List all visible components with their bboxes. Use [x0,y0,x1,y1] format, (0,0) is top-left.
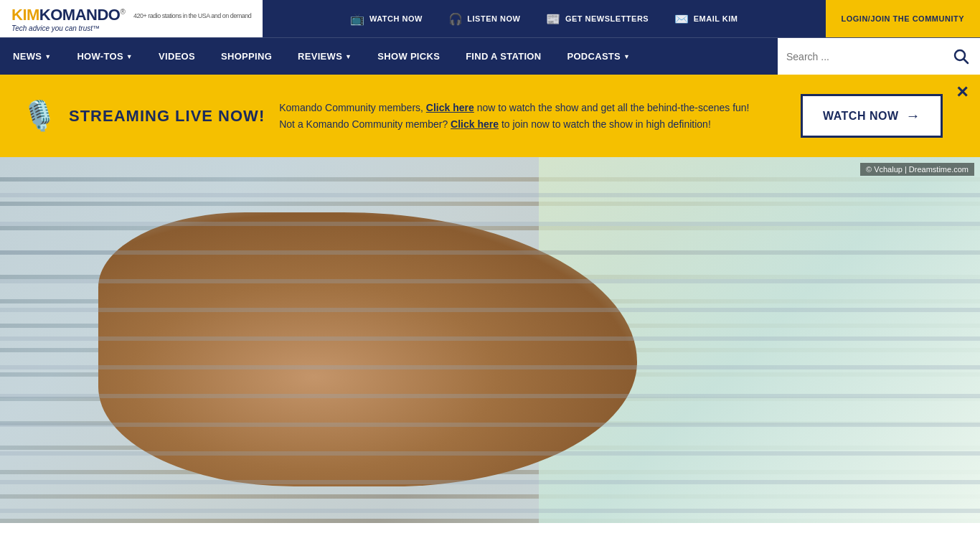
banner-line1-suffix: now to watch the show and get all the be… [474,102,750,113]
watch-now-label: WATCH NOW [823,110,899,123]
svg-rect-12 [0,480,980,484]
search-area [778,38,980,75]
nav-show-picks[interactable]: SHOW PICKS [364,38,453,75]
top-nav-watch-now[interactable]: 📺 WATCH NOW [337,0,435,37]
streaming-label: STREAMING LIVE NOW! [69,107,265,126]
svg-rect-10 [0,423,980,427]
svg-rect-9 [0,394,980,398]
email-icon: ✉️ [674,12,689,26]
top-nav-email-kim[interactable]: ✉️ EMAIL KIM [661,0,750,37]
podcasts-arrow-icon: ▼ [623,53,630,60]
logo: KIMKOMANDO® 420+ radio stations in the U… [11,6,251,24]
svg-rect-11 [0,451,980,456]
image-placeholder: © Vchalup | Dreamstime.com [0,157,980,523]
reviews-arrow-icon: ▼ [345,53,352,60]
banner-link2[interactable]: Click here [451,118,499,130]
svg-rect-6 [0,308,980,312]
svg-rect-5 [0,279,980,283]
nav-podcasts[interactable]: PODCASTS ▼ [554,38,643,75]
svg-rect-8 [0,365,980,369]
svg-rect-3 [0,222,980,226]
top-nav-listen-now[interactable]: 🎧 LISTEN NOW [435,0,534,37]
banner-center: Komando Community members, Click here no… [265,100,801,132]
arrow-right-icon: → [906,108,921,124]
top-nav-watch-now-label: WATCH NOW [369,14,423,23]
top-nav-newsletters[interactable]: 📰 GET NEWSLETTERS [533,0,661,37]
top-bar: KIMKOMANDO® 420+ radio stations in the U… [0,0,980,37]
logo-registered: ® [120,7,125,15]
top-nav-listen-now-label: LISTEN NOW [467,14,520,23]
banner-line1-prefix: Komando Community members, [279,102,426,113]
tv-icon: 📺 [350,12,365,26]
banner-line2-prefix: Not a Komando Community member? [279,118,451,130]
nav-how-tos[interactable]: HOW-TOS ▼ [64,38,146,75]
nav-shopping[interactable]: SHOPPING [208,38,285,75]
banner-left: 🎙️ STREAMING LIVE NOW! [22,99,265,133]
main-nav-items: NEWS ▼ HOW-TOS ▼ VIDEOS SHOPPING REVIEWS… [0,38,778,75]
how-tos-arrow-icon: ▼ [126,53,133,60]
search-input[interactable] [778,38,943,75]
svg-rect-4 [0,250,980,255]
nav-find-a-station[interactable]: FIND A STATION [453,38,554,75]
banner-line1: Komando Community members, Click here no… [279,100,786,116]
news-arrow-icon: ▼ [44,53,51,60]
copyright-badge: © Vchalup | Dreamstime.com [860,163,974,176]
top-nav: 📺 WATCH NOW 🎧 LISTEN NOW 📰 GET NEWSLETTE… [263,0,825,37]
main-nav: NEWS ▼ HOW-TOS ▼ VIDEOS SHOPPING REVIEWS… [0,37,980,75]
streaming-banner: 🎙️ STREAMING LIVE NOW! Komando Community… [0,75,980,157]
svg-rect-2 [0,193,980,197]
nav-reviews[interactable]: REVIEWS ▼ [285,38,364,75]
top-nav-email-kim-label: EMAIL KIM [694,14,738,23]
nav-videos[interactable]: VIDEOS [146,38,208,75]
nav-news[interactable]: NEWS ▼ [0,38,64,75]
watch-now-button[interactable]: WATCH NOW → [801,94,943,138]
logo-komando: KOMANDO [39,6,121,24]
banner-line2: Not a Komando Community member? Click he… [279,116,786,132]
svg-line-1 [964,59,969,63]
logo-area[interactable]: KIMKOMANDO® 420+ radio stations in the U… [0,0,263,37]
logo-small-text: 420+ radio stations in the USA and on de… [133,12,251,19]
svg-rect-13 [0,509,980,513]
main-image: © Vchalup | Dreamstime.com [0,157,980,523]
headphones-icon: 🎧 [448,12,463,26]
login-button[interactable]: LOGIN/JOIN THE COMMUNITY [826,0,981,37]
blinds-svg [0,157,980,523]
banner-link1[interactable]: Click here [426,102,474,113]
top-nav-newsletters-label: GET NEWSLETTERS [565,14,649,23]
search-icon [953,49,969,65]
logo-kim: KIM [11,6,39,24]
logo-tagline: Tech advice you can trust™ [11,24,251,32]
search-button[interactable] [943,38,980,75]
banner-line2-suffix: to join now to watch the show in high de… [499,118,711,130]
newsletter-icon: 📰 [546,12,561,26]
banner-right: WATCH NOW → [801,94,958,138]
microphone-icon: 🎙️ [22,99,57,133]
svg-rect-7 [0,336,980,341]
close-banner-button[interactable]: ✕ [956,83,969,102]
